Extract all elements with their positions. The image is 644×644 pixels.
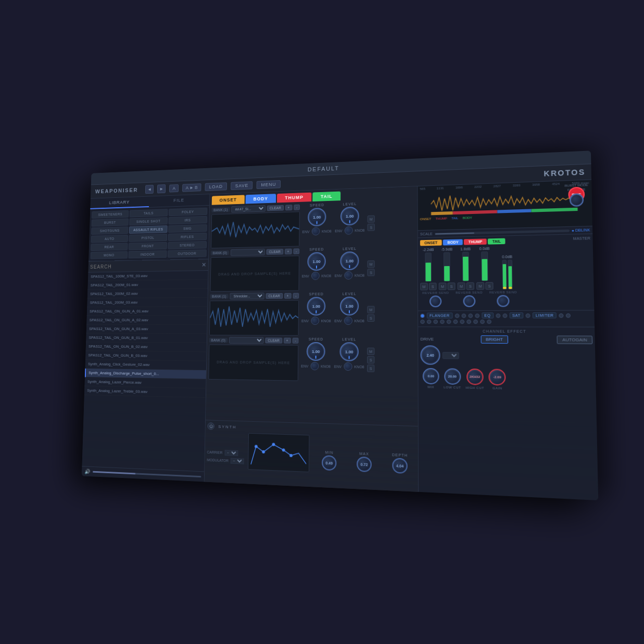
load-button[interactable]: LOAD bbox=[205, 182, 227, 191]
list-item[interactable]: SPAS12_TAIL_ON_GUN_B_02.wav bbox=[85, 342, 206, 352]
tab-body[interactable]: BODY bbox=[245, 194, 276, 204]
list-item[interactable]: SPAS12_TAIL_200M_03.wav bbox=[87, 297, 207, 307]
tab-thump[interactable]: THUMP bbox=[276, 192, 311, 203]
autogain-button[interactable]: AUTOGAIN bbox=[557, 335, 592, 344]
fx-dot-8[interactable] bbox=[559, 313, 563, 318]
fx-dot-19[interactable] bbox=[480, 319, 485, 323]
db-link[interactable]: ● DBLINK bbox=[571, 228, 590, 232]
fx-dot-11[interactable] bbox=[426, 319, 431, 323]
cat-rifles[interactable]: RIFLES bbox=[168, 232, 207, 241]
s-btn-1[interactable]: S bbox=[367, 269, 374, 276]
search-input[interactable] bbox=[90, 262, 201, 269]
cat-smg[interactable]: SMG bbox=[168, 224, 207, 232]
save-button[interactable]: SAVE bbox=[231, 181, 252, 190]
s-btn-2[interactable]: S bbox=[367, 314, 374, 321]
cat-indoor[interactable]: INDOOR bbox=[128, 250, 166, 258]
m-tail[interactable]: M bbox=[476, 282, 484, 290]
fx-dot-0[interactable] bbox=[420, 313, 424, 318]
list-item[interactable]: SPAS12_TAIL_200M_02.wav bbox=[87, 288, 207, 298]
cat-sweeteners[interactable]: SWEETENERS bbox=[92, 210, 129, 218]
bank-add-2[interactable]: + bbox=[284, 293, 291, 298]
fx-dot-13[interactable] bbox=[440, 319, 445, 323]
s-onset[interactable]: S bbox=[428, 283, 436, 290]
bank-select-1[interactable] bbox=[230, 248, 265, 256]
fx-dot-17[interactable] bbox=[466, 319, 471, 323]
bank-clear-2[interactable]: CLEAR bbox=[266, 293, 282, 298]
flanger-btn[interactable]: FLANGER bbox=[426, 312, 452, 318]
tab-tail[interactable]: TAIL bbox=[312, 191, 340, 201]
list-item[interactable]: SPAS12_TAIL_ON_GUN_A_03.wav bbox=[86, 324, 207, 334]
bank-clear-0[interactable]: CLEAR bbox=[267, 205, 283, 211]
bank-minus-2[interactable]: - bbox=[293, 293, 299, 298]
cat-singleshot[interactable]: SINGLE SHOT bbox=[129, 217, 167, 225]
fx-dot-10[interactable] bbox=[420, 319, 424, 323]
cat-auto[interactable]: AUTO bbox=[91, 234, 128, 243]
s-btn-3b[interactable]: S bbox=[367, 364, 374, 372]
bright-button[interactable]: BRIGHT bbox=[481, 335, 508, 344]
fader-body[interactable] bbox=[443, 252, 450, 281]
fader-onset[interactable] bbox=[425, 252, 432, 282]
cat-pistol[interactable]: PISTOL bbox=[129, 233, 167, 242]
hyperbolic-select[interactable]: Hyperbolic... bbox=[442, 351, 459, 359]
s-body[interactable]: S bbox=[447, 282, 455, 290]
bank-select-2[interactable]: Shredder... bbox=[229, 293, 264, 299]
a-button[interactable]: A bbox=[169, 184, 179, 193]
fader-master-r[interactable] bbox=[508, 259, 512, 289]
tab-library[interactable]: LIBRARY bbox=[90, 196, 149, 209]
cat-tails[interactable]: TAILS bbox=[130, 209, 168, 217]
bank-minus-1[interactable]: - bbox=[293, 248, 299, 254]
bank-select-3[interactable] bbox=[229, 337, 263, 344]
s-tail[interactable]: S bbox=[485, 282, 493, 289]
s-thump[interactable]: S bbox=[466, 282, 474, 290]
mixer-tab-onset[interactable]: ONSET bbox=[420, 239, 441, 246]
fader-thump[interactable] bbox=[462, 251, 469, 281]
cat-irs[interactable]: IRS bbox=[168, 216, 207, 224]
fx-dot-4[interactable] bbox=[474, 313, 479, 317]
bank-clear-3[interactable]: CLEAR bbox=[265, 337, 282, 343]
ab-button[interactable]: A ► B bbox=[182, 183, 201, 192]
fx-dot-12[interactable] bbox=[433, 319, 437, 323]
fx-dot-18[interactable] bbox=[473, 319, 478, 323]
eq-btn[interactable]: EQ bbox=[481, 312, 493, 319]
fx-dot-6[interactable] bbox=[502, 313, 507, 317]
m-thump[interactable]: M bbox=[457, 282, 465, 290]
list-item[interactable]: SPAS12_TAIL_ON_GUN_A_01.wav bbox=[86, 307, 207, 316]
reverb-knob-2[interactable] bbox=[497, 295, 509, 307]
m-btn-2[interactable]: M bbox=[367, 306, 374, 313]
m-btn-3[interactable]: M bbox=[367, 347, 374, 355]
mixer-tab-thump[interactable]: THUMP bbox=[464, 238, 487, 245]
cat-burst[interactable]: BURST bbox=[91, 218, 129, 226]
reverb-knob-0[interactable] bbox=[430, 295, 441, 307]
list-item[interactable]: SPAS12_TAIL_ON_GUN_A_02.wav bbox=[86, 315, 207, 324]
mix-drive-knob[interactable]: 2.40 bbox=[420, 345, 440, 365]
tab-file[interactable]: FILE bbox=[148, 194, 209, 207]
bank-add-1[interactable]: + bbox=[284, 248, 292, 254]
cat-rear[interactable]: REAR bbox=[91, 243, 128, 250]
reverb-knob-1[interactable] bbox=[463, 295, 475, 307]
fx-dot-16[interactable] bbox=[460, 319, 464, 323]
cat-stereo[interactable]: STEREO bbox=[168, 241, 207, 249]
fx-dot-5[interactable] bbox=[496, 313, 500, 317]
s-btn-0[interactable]: S bbox=[367, 223, 374, 231]
fx-dot-20[interactable] bbox=[487, 319, 491, 323]
list-item[interactable]: SPAS12_TAIL_ON_GUN_B_01.wav bbox=[86, 333, 207, 343]
m-btn-1[interactable]: M bbox=[367, 260, 374, 268]
bank-select-0[interactable]: AK47_Si... bbox=[231, 205, 265, 212]
prev-button[interactable]: ◄ bbox=[145, 185, 154, 194]
m-btn-0[interactable]: M bbox=[367, 215, 374, 222]
cat-front[interactable]: FRONT bbox=[129, 242, 167, 250]
fx-dot-9[interactable] bbox=[566, 313, 571, 318]
bank-minus-3[interactable]: - bbox=[292, 337, 298, 343]
fire-rate-knob[interactable] bbox=[569, 193, 583, 207]
mixer-tab-body[interactable]: BODY bbox=[443, 239, 462, 245]
sat-btn[interactable]: SAT bbox=[509, 312, 523, 319]
fx-dot-14[interactable] bbox=[446, 319, 451, 323]
search-clear-icon[interactable]: ✕ bbox=[201, 261, 206, 268]
cat-outdoor[interactable]: OUTDOOR bbox=[167, 249, 206, 258]
list-item[interactable]: SPAS12_TAIL_200M_01.wav bbox=[87, 280, 208, 290]
fx-dot-1[interactable] bbox=[454, 313, 459, 317]
fx-dot-2[interactable] bbox=[461, 313, 466, 317]
fader-master-l[interactable] bbox=[502, 259, 507, 289]
menu-button[interactable]: MENU bbox=[257, 180, 281, 188]
bank-clear-1[interactable]: CLEAR bbox=[266, 248, 283, 254]
